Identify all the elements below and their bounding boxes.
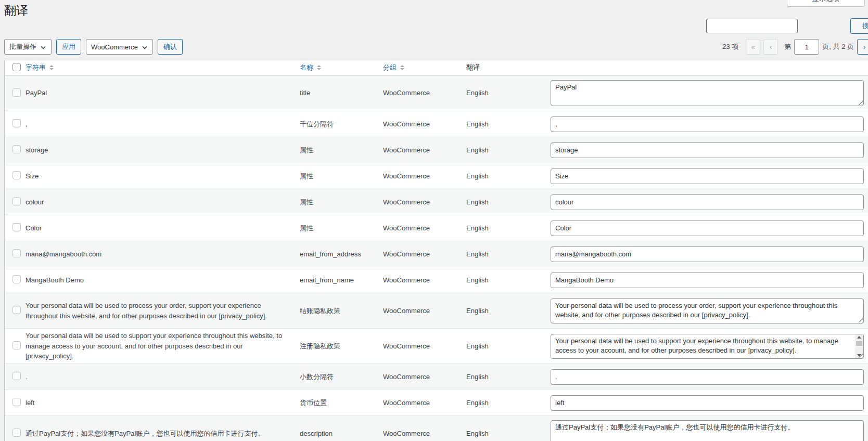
group-cell: WooCommerce: [383, 429, 466, 439]
translation-field-cell: [551, 116, 868, 132]
name-cell: 千位分隔符: [300, 119, 383, 129]
translation-language-label: English: [466, 398, 551, 408]
row-checkbox[interactable]: [12, 341, 21, 349]
translation-field-cell: [551, 395, 868, 411]
bulk-action-selected-label: 批量操作: [9, 42, 36, 51]
group-cell: WooCommerce: [383, 249, 466, 260]
translation-input[interactable]: [551, 273, 864, 288]
row-checkbox[interactable]: [12, 171, 21, 179]
row-checkbox[interactable]: [12, 275, 21, 283]
sort-icon: [400, 65, 404, 70]
table-row: mana@mangabooth.com email_from_address W…: [5, 241, 868, 267]
translation-field-cell: [551, 220, 868, 236]
group-cell: WooCommerce: [383, 171, 466, 181]
translation-language-label: English: [466, 145, 551, 155]
column-header-name[interactable]: 名称: [300, 63, 313, 72]
table-body: PayPal title WooCommerce English , 千位分隔符…: [5, 75, 868, 441]
translation-textarea[interactable]: [551, 80, 864, 106]
textarea-scrollbar[interactable]: [855, 334, 863, 358]
translation-field-cell: [551, 273, 868, 288]
translation-field-cell: [551, 80, 868, 106]
bulk-action-select[interactable]: 批量操作: [4, 39, 52, 55]
translation-input[interactable]: [551, 220, 864, 236]
confirm-button[interactable]: 确认: [158, 39, 183, 55]
table-row: Size 属性 WooCommerce English: [5, 163, 868, 189]
translation-language-label: English: [466, 223, 551, 234]
column-header-group[interactable]: 分组: [383, 63, 397, 72]
screen-options-button[interactable]: 显示选项: [787, 0, 865, 7]
row-checkbox[interactable]: [12, 429, 21, 437]
string-cell: Size: [25, 171, 300, 181]
row-checkbox[interactable]: [12, 398, 21, 406]
first-page-button[interactable]: «: [746, 39, 760, 55]
items-count: 23 项: [722, 42, 738, 51]
translation-textarea[interactable]: [551, 420, 864, 441]
group-cell: WooCommerce: [383, 275, 466, 286]
row-checkbox[interactable]: [12, 197, 21, 205]
search-button[interactable]: 搜索: [850, 18, 868, 34]
page-prefix-label: 第: [784, 42, 791, 51]
table-row: Your personal data will be used to proce…: [5, 293, 868, 328]
scroll-down-icon[interactable]: [857, 354, 861, 357]
name-cell: 属性: [300, 197, 383, 207]
translation-input[interactable]: [551, 194, 864, 210]
translation-language-label: English: [466, 171, 551, 181]
table-row: MangaBooth Demo email_from_name WooComme…: [5, 267, 868, 293]
group-cell: WooCommerce: [383, 341, 466, 352]
select-all-checkbox[interactable]: [12, 63, 21, 71]
translation-input[interactable]: [551, 369, 864, 385]
translation-input[interactable]: [551, 168, 864, 184]
name-cell: 属性: [300, 223, 383, 234]
translation-input[interactable]: [551, 116, 864, 132]
row-checkbox[interactable]: [12, 119, 21, 127]
search-input[interactable]: [706, 19, 798, 33]
string-cell: ,: [25, 119, 300, 129]
row-checkbox[interactable]: [12, 306, 21, 314]
table-row: . 小数分隔符 WooCommerce English: [5, 364, 868, 390]
translation-language-label: English: [466, 249, 551, 260]
current-page-input[interactable]: [794, 39, 819, 55]
row-checkbox[interactable]: [12, 145, 21, 153]
string-cell: mana@mangabooth.com: [25, 249, 300, 260]
string-cell: .: [25, 372, 300, 382]
group-filter-select[interactable]: WooCommerce: [86, 39, 153, 55]
table-row: 通过PayPal支付；如果您没有PayPal账户，您也可以使用您的信用卡进行支付…: [5, 416, 868, 441]
translation-input[interactable]: [551, 395, 864, 411]
group-cell: WooCommerce: [383, 197, 466, 207]
name-cell: email_from_address: [300, 249, 383, 260]
next-page-button[interactable]: ›: [857, 39, 868, 55]
translation-language-label: English: [466, 306, 551, 316]
string-cell: Your personal data will be used to suppo…: [25, 331, 300, 361]
prev-page-button[interactable]: ‹: [763, 39, 778, 55]
column-header-translation: 翻译: [466, 63, 480, 72]
translation-input[interactable]: [551, 247, 864, 262]
scrollbar-thumb[interactable]: [856, 341, 862, 346]
translation-field-cell: [551, 334, 868, 359]
chevron-down-icon: [41, 44, 45, 49]
translation-language-label: English: [466, 119, 551, 129]
group-cell: WooCommerce: [383, 145, 466, 155]
row-checkbox[interactable]: [12, 223, 21, 231]
row-checkbox[interactable]: [12, 249, 21, 257]
string-cell: Your personal data will be used to proce…: [25, 301, 300, 321]
string-cell: 通过PayPal支付；如果您没有PayPal账户，您也可以使用您的信用卡进行支付…: [25, 429, 300, 439]
translation-language-label: English: [466, 197, 551, 207]
row-checkbox[interactable]: [12, 88, 21, 97]
translation-textarea[interactable]: [551, 299, 864, 323]
bulk-actions-toolbar: 批量操作 应用 WooCommerce 确认: [4, 39, 187, 55]
name-cell: 货币位置: [300, 398, 383, 408]
sort-icon: [317, 65, 321, 70]
table-row: colour 属性 WooCommerce English: [5, 189, 868, 215]
string-cell: colour: [25, 197, 300, 207]
translation-input[interactable]: [551, 142, 864, 158]
apply-button[interactable]: 应用: [56, 39, 81, 55]
group-cell: WooCommerce: [383, 398, 466, 408]
translation-field-cell: [551, 420, 868, 441]
translation-textarea[interactable]: [551, 334, 864, 359]
column-header-string[interactable]: 字符串: [25, 63, 46, 72]
string-cell: PayPal: [25, 88, 300, 98]
row-checkbox[interactable]: [12, 372, 21, 380]
translation-language-label: English: [466, 429, 551, 439]
scroll-up-icon[interactable]: [857, 336, 861, 339]
translation-field-cell: [551, 299, 868, 323]
